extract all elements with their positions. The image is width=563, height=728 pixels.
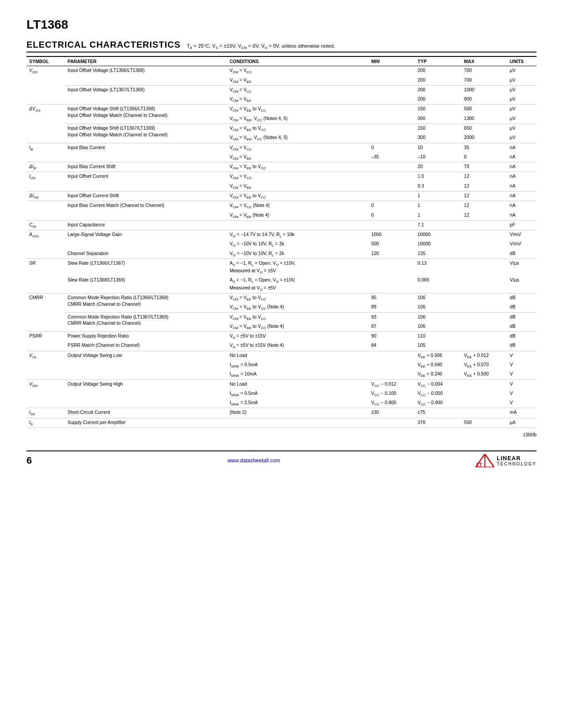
page-number: 6 <box>26 455 32 466</box>
table-row: Input Bias Current Match (Channel to Cha… <box>26 201 537 211</box>
col-units: UNITS <box>507 56 537 66</box>
table-row: SR Slew Rate (LT1366/LT1367) AV = −1, RL… <box>26 259 537 276</box>
table-row: Channel Separation VO = −10V to 10V, RL … <box>26 249 537 259</box>
table-row: ΔIOS Input Offset Current Shift VCM = VE… <box>26 191 537 201</box>
page-title: LT1368 <box>26 18 537 32</box>
lt-logo-icon: LT <box>476 454 494 467</box>
characteristics-table: SYMBOL PARAMETER CONDITIONS MIN TYP MAX … <box>26 56 537 428</box>
col-typ: TYP <box>415 56 461 66</box>
doc-reference: 1366fb <box>26 432 537 437</box>
table-row: Input Offset Voltage Shift (LT1367/LT136… <box>26 124 537 133</box>
company-name: LINEAR TECHNOLOGY <box>497 455 537 466</box>
table-row: Common Mode Rejection Ratio (LT1367/LT13… <box>26 312 537 322</box>
table-row: ISC Short-Circuit Current (Note 2) ±30 ±… <box>26 408 537 418</box>
table-row: Slew Rate (LT1368/LT1369) AV = −1, RL = … <box>26 276 537 293</box>
table-row: IOS Input Offset Current VCM = VCC 1.0 1… <box>26 172 537 182</box>
col-min: MIN <box>369 56 415 66</box>
col-max: MAX <box>461 56 507 66</box>
table-row: AVOL Large-Signal Voltage Gain VO = −14.… <box>26 230 537 240</box>
linear-label: LINEAR <box>497 455 537 462</box>
col-parameter: PARAMETER <box>65 56 227 66</box>
table-row: IS Supply Current per Amplifier 370 550 … <box>26 418 537 428</box>
table-row: PSRR Power Supply Rejection Ratio VS = ±… <box>26 332 537 341</box>
svg-text:LT: LT <box>476 462 482 467</box>
table-row: VOH Output Voltage Swing High No Load VC… <box>26 379 537 389</box>
table-row: Input Offset Voltage (LT1367/LT1369) VCM… <box>26 85 537 95</box>
table-row: ΔVOS Input Offset Voltage Shift (LT1366/… <box>26 105 537 114</box>
col-symbol: SYMBOL <box>26 56 65 66</box>
table-row: ΔIB Input Bias Current Shift VCM = VEE t… <box>26 162 537 172</box>
section-title: ELECTRICAL CHARACTERISTICS <box>26 40 181 50</box>
footer-url[interactable]: www.datasheetall.com <box>227 458 280 464</box>
company-logo: LT LINEAR TECHNOLOGY <box>476 454 537 467</box>
table-row: PSRR Match (Channel to Channel) VS = ±5V… <box>26 341 537 351</box>
table-row: VOL Output Voltage Swing Low No Load VEE… <box>26 351 537 360</box>
section-subtitle: TA = 25°C, VS = ±15V, VCM = 0V, VO = 0V,… <box>187 43 335 50</box>
col-conditions: CONDITIONS <box>227 56 369 66</box>
table-row: CIN Input Capacitance 7.1 pF <box>26 220 537 230</box>
table-row: CMRR Common Mode Rejection Ratio (LT1366… <box>26 293 537 303</box>
technology-label: TECHNOLOGY <box>497 462 537 466</box>
page-footer: 6 www.datasheetall.com LT LINEAR TECHNOL… <box>26 450 537 467</box>
table-row: VOS Input Offset Voltage (LT1366/LT1368)… <box>26 66 537 76</box>
table-row: IB Input Bias Current VCM = VCC 0 10 35 … <box>26 143 537 153</box>
